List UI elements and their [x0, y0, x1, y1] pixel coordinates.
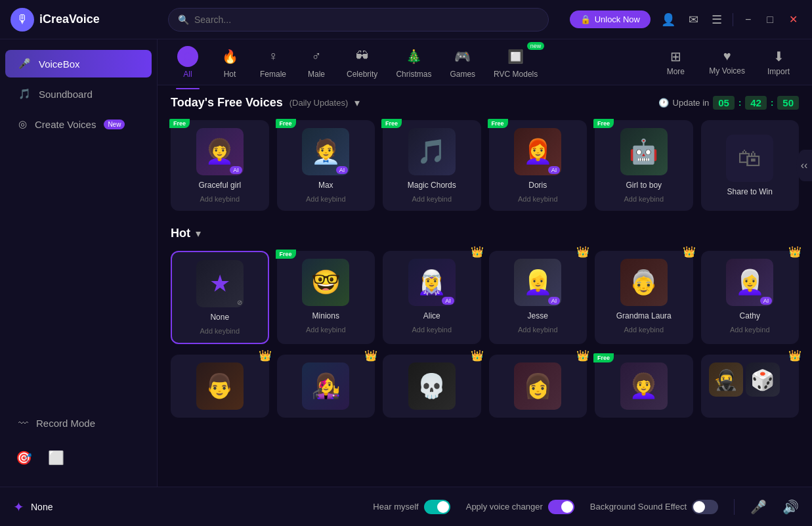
sidebar-bottom: 〰 Record Mode 🎯 ⬜	[0, 410, 157, 476]
voice-avatar: ★ ⊘	[196, 260, 244, 307]
voice-card-girl-to-boy[interactable]: Free 🤖 Girl to boy Add keybind	[595, 120, 693, 211]
voice-card-naruto[interactable]: 👑 🥷 🎲	[701, 355, 800, 418]
collapse-arrow[interactable]: ‹‹	[796, 150, 812, 181]
voice-avatar: 🎵	[408, 128, 456, 175]
voice-name: Doris	[528, 181, 547, 190]
cat-tab-christmas[interactable]: 🎄 Christmas	[388, 41, 439, 84]
voice-card-magic-chords[interactable]: Free 🎵 Magic Chords Add keybind	[383, 120, 481, 211]
bg-sound-group: Background Sound Effect	[590, 500, 718, 514]
voice-keybind[interactable]: Add keybind	[624, 326, 664, 334]
sidebar-voicebox-label: VoiceBox	[39, 58, 80, 70]
free-badge: Free	[276, 119, 296, 128]
hot-section-title: Hot	[171, 227, 190, 240]
crown-badge: 👑	[471, 349, 484, 362]
sidebar-item-record-mode[interactable]: 〰 Record Mode	[5, 410, 152, 437]
titlebar-divider	[733, 13, 733, 26]
record-icon: 〰	[18, 418, 28, 429]
voice-card-doris[interactable]: Free 👩‍🦰 AI Doris Add keybind	[489, 120, 588, 211]
mic-button[interactable]: 🎤	[750, 499, 767, 515]
cat-tab-female[interactable]: ♀ Female	[252, 41, 294, 84]
mail-icon[interactable]: ✉	[686, 10, 701, 30]
hear-myself-toggle[interactable]	[424, 500, 450, 514]
voice-keybind[interactable]: Add keybind	[518, 326, 558, 334]
voice-card-minions[interactable]: Free 🤓 Minions Add keybind	[277, 251, 375, 344]
hear-myself-label: Hear myself	[373, 502, 418, 512]
cat-tab-games[interactable]: 🎮 Games	[442, 41, 483, 84]
voice-avatar: 🧝‍♀ AI	[408, 259, 456, 306]
voice-name: Magic Chords	[408, 181, 456, 190]
layout-icon[interactable]: ⬜	[45, 447, 67, 468]
voice-keybind[interactable]: Add keybind	[306, 326, 346, 334]
voice-avatar: 👱‍♀ AI	[514, 259, 561, 306]
maximize-button[interactable]: □	[763, 11, 777, 28]
voice-keybind[interactable]: Add keybind	[306, 195, 346, 203]
logo-icon: 🎙	[11, 8, 34, 32]
cat-tab-rvc[interactable]: 🔲 RVC Models new	[486, 41, 545, 84]
sidebar-item-voicebox[interactable]: 🎤 VoiceBox	[5, 50, 152, 77]
sidebar-bottom-icons: 🎯 ⬜	[0, 439, 157, 476]
voice-card-graceful-girl[interactable]: Free 👩‍🦱 AI Graceful girl Add keybind	[171, 120, 269, 211]
cat-tab-more[interactable]: ⊞ More	[652, 43, 698, 81]
search-input[interactable]	[194, 14, 539, 25]
minimize-button[interactable]: −	[741, 11, 755, 28]
my-voices-label: My Voices	[709, 66, 745, 76]
account-icon[interactable]: 👤	[658, 10, 678, 30]
voice-card-none[interactable]: ★ ⊘ None Add keybind	[171, 251, 269, 344]
bg-sound-toggle[interactable]	[692, 500, 718, 514]
ai-badge: AI	[336, 166, 349, 174]
voice-keybind[interactable]: Add keybind	[412, 326, 452, 334]
voice-keybind[interactable]: Add keybind	[624, 195, 664, 203]
menu-icon[interactable]: ☰	[709, 10, 725, 30]
crown-badge: 👑	[471, 246, 484, 258]
voice-card-skull[interactable]: 👑 💀	[383, 355, 481, 418]
voice-card-max[interactable]: Free 🧑‍💼 AI Max Add keybind	[277, 120, 375, 211]
cat-tab-celebrity[interactable]: 🕶 Celebrity	[339, 41, 385, 84]
free-badge: Free	[169, 119, 190, 128]
hot-voices-grid: ★ ⊘ None Add keybind Free 🤓 Minions Add …	[171, 251, 799, 344]
voice-card-jesse[interactable]: 👑 👱‍♀ AI Jesse Add keybind	[489, 251, 588, 344]
voice-name: None	[210, 313, 229, 322]
dice-avatar: 🎲	[746, 362, 780, 397]
hot-expand-icon[interactable]: ▾	[196, 227, 201, 240]
apply-voice-label: Apply voice changer	[466, 502, 543, 512]
search-bar[interactable]: 🔍	[168, 8, 549, 32]
crown-badge: 👑	[576, 246, 589, 258]
voice-card-miku[interactable]: 👑 👩‍🎤	[277, 355, 375, 418]
bg-sound-label: Background Sound Effect	[590, 502, 687, 512]
voice-keybind[interactable]: Add keybind	[518, 195, 558, 203]
sidebar: 🎤 VoiceBox 🎵 Soundboard ◎ Create Voices …	[0, 39, 158, 487]
voice-card-girl3[interactable]: 👑 👩	[489, 355, 588, 418]
cat-tab-hot[interactable]: 🔥 Hot	[210, 41, 249, 84]
close-button[interactable]: ✕	[785, 11, 801, 28]
cat-tab-my-voices[interactable]: ♥ My Voices	[701, 43, 753, 81]
cat-celebrity-label: Celebrity	[347, 70, 377, 79]
voice-keybind[interactable]: Add keybind	[730, 326, 770, 334]
today-expand-icon[interactable]: ▾	[354, 97, 360, 109]
update-in-label: Update in	[673, 98, 710, 108]
cat-tab-all[interactable]: ⬡ All	[168, 41, 207, 84]
voice-keybind[interactable]: Add keybind	[200, 327, 240, 335]
unlock-button[interactable]: 🔒 Unlock Now	[570, 11, 651, 28]
voice-card-girl4[interactable]: Free 👩‍🦱	[595, 355, 693, 418]
crown-badge: 👑	[364, 349, 377, 362]
target-icon[interactable]: 🎯	[13, 447, 35, 468]
apply-voice-toggle[interactable]	[548, 500, 574, 514]
voice-card-cathy[interactable]: 👑 👩‍🦳 AI Cathy Add keybind	[701, 251, 800, 344]
ai-badge: AI	[548, 297, 561, 305]
voice-keybind[interactable]: Add keybind	[200, 195, 240, 203]
voice-card-grandma-laura[interactable]: 👑 👵 Grandma Laura Add keybind	[595, 251, 693, 344]
titlebar: 🎙 iCreaVoice 🔍 🔒 Unlock Now 👤 ✉ ☰ − □ ✕	[0, 0, 812, 39]
cat-all-label: All	[183, 70, 192, 79]
bottom-divider	[734, 499, 735, 515]
voice-avatar: 💀	[408, 362, 456, 410]
voice-card-trump[interactable]: 👑 👨	[171, 355, 269, 418]
sidebar-item-soundboard[interactable]: 🎵 Soundboard	[5, 80, 152, 108]
sidebar-item-create-voices[interactable]: ◎ Create Voices New	[5, 110, 152, 138]
voice-card-share-to-win[interactable]: 🛍 Share to Win	[701, 120, 800, 211]
cat-tab-import[interactable]: ⬇ Import	[756, 43, 801, 81]
volume-button[interactable]: 🔊	[782, 499, 799, 515]
countdown-hours: 05	[713, 96, 735, 110]
voice-keybind[interactable]: Add keybind	[412, 195, 452, 203]
voice-card-alice[interactable]: 👑 🧝‍♀ AI Alice Add keybind	[383, 251, 481, 344]
cat-tab-male[interactable]: ♂ Male	[297, 41, 336, 84]
